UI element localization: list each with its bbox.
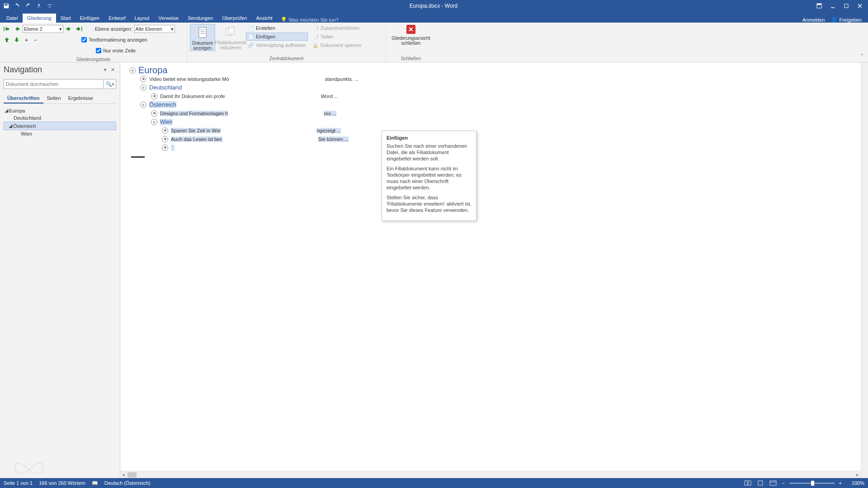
outline-handle[interactable] — [162, 127, 168, 134]
document-area: Europa Video bietet eine leistungsstarke… — [120, 62, 868, 478]
outline-handle[interactable] — [151, 119, 157, 125]
heading1-europa[interactable]: Europa — [138, 65, 168, 75]
close-group-label: Schließen — [386, 56, 436, 62]
outline-level-select[interactable]: Ebene 2▾ — [23, 25, 63, 33]
tooltip-text: Suchen Sie nach einer vorhandenen Datei,… — [387, 143, 472, 162]
print-layout-icon[interactable] — [756, 479, 764, 487]
search-input[interactable] — [4, 79, 104, 89]
navigation-pane: Navigation ▾ ✕ 🔍▾ Überschriften Seiten E… — [0, 62, 120, 478]
maximize-icon[interactable] — [840, 1, 853, 10]
tab-view[interactable]: Ansicht — [251, 14, 277, 23]
promote-to-heading1-button[interactable] — [3, 25, 11, 33]
outline-handle[interactable] — [151, 110, 157, 117]
zoom-value[interactable]: 100% — [846, 480, 864, 486]
navigation-title: Navigation — [4, 65, 102, 75]
tab-review[interactable]: Überprüfen — [217, 14, 251, 23]
body-text[interactable]: Damit Ihr Dokument ein profe — [160, 94, 225, 99]
status-words[interactable]: 166 von 260 Wörtern — [39, 480, 85, 486]
status-bar: Seite 1 von 1 166 von 260 Wörtern 📖 Deut… — [0, 478, 868, 488]
tell-me-search[interactable]: 💡 Was möchten Sie tun? — [277, 17, 342, 23]
close-pane-icon[interactable]: ✕ — [109, 66, 116, 74]
redo-icon[interactable] — [24, 1, 33, 10]
scroll-left-icon[interactable]: ◂ — [120, 472, 127, 478]
scroll-thumb[interactable] — [127, 472, 137, 478]
outline-handle[interactable] — [162, 136, 168, 142]
show-document-button[interactable]: Dokument anzeigen — [190, 24, 215, 51]
empty-line[interactable] — [171, 145, 175, 151]
show-text-formatting-checkbox[interactable]: Textformatierung anzeigen — [81, 36, 147, 44]
outline-handle[interactable] — [162, 145, 168, 151]
qat-more-icon[interactable] — [45, 1, 54, 10]
zoom-out-icon[interactable]: − — [782, 480, 784, 486]
outline-handle[interactable] — [140, 84, 146, 91]
tab-file[interactable]: Datei — [2, 14, 23, 23]
close-outline-view-button[interactable]: ✕ Gliederungsansicht schließen — [391, 24, 431, 46]
outline-handle[interactable] — [140, 102, 146, 108]
nav-tab-results[interactable]: Ergebnisse — [65, 94, 97, 103]
tree-collapse-icon[interactable]: ◢ — [4, 108, 9, 113]
tab-design[interactable]: Entwurf — [104, 14, 130, 23]
merge-subdocument-button: 📑Zusammenführen — [311, 24, 363, 32]
ribbon-display-options-icon[interactable] — [813, 1, 826, 10]
zoom-slider[interactable] — [789, 483, 835, 484]
horizontal-scrollbar[interactable]: ◂ ▸ — [120, 471, 861, 478]
body-text[interactable]: Video bietet eine leistungsstarke Mö — [149, 76, 229, 82]
search-button[interactable]: 🔍▾ — [104, 79, 116, 89]
collapse-ribbon-icon[interactable]: ˄ — [861, 53, 867, 60]
outline-handle[interactable] — [129, 67, 136, 74]
sign-in-link[interactable]: Anmelden — [802, 17, 825, 23]
save-icon[interactable] — [2, 1, 11, 10]
heading2-oesterreich[interactable]: Österreich — [149, 101, 176, 108]
heading2-deutschland[interactable]: Deutschland — [149, 84, 182, 91]
undo-icon[interactable] — [13, 1, 22, 10]
pane-options-icon[interactable]: ▾ — [102, 66, 109, 74]
insert-subdocument-button[interactable]: 📄Einfügen — [246, 33, 308, 41]
collapse-button[interactable]: － — [32, 36, 39, 43]
tab-start[interactable]: Start — [56, 14, 75, 23]
move-up-button[interactable] — [3, 36, 11, 44]
read-mode-icon[interactable] — [744, 479, 752, 487]
svg-rect-2 — [817, 4, 821, 5]
body-text[interactable]: Auch das Lesen ist bec — [171, 136, 222, 142]
scroll-right-icon[interactable]: ▸ — [854, 472, 861, 478]
split-icon: 📑 — [312, 33, 319, 40]
close-icon: ✕ — [406, 25, 415, 34]
tree-collapse-icon[interactable]: ◢ — [8, 123, 13, 129]
web-layout-icon[interactable] — [769, 479, 777, 487]
tree-item-europa[interactable]: ◢Europa — [4, 107, 116, 114]
tab-mailings[interactable]: Sendungen — [183, 14, 217, 23]
minimize-icon[interactable] — [826, 1, 839, 10]
document-end-mark — [131, 156, 145, 158]
status-page[interactable]: Seite 1 von 1 — [4, 480, 33, 486]
body-text[interactable]: Designs und Formatvorlagen h — [160, 111, 228, 116]
zoom-thumb[interactable] — [811, 481, 814, 486]
share-button[interactable]: 👤 Freigeben — [831, 17, 862, 23]
close-window-icon[interactable] — [854, 1, 866, 10]
tab-outline[interactable]: Gliederung — [23, 13, 56, 23]
status-language[interactable]: Deutsch (Österreich) — [104, 480, 150, 486]
proofing-icon[interactable]: 📖 — [92, 480, 98, 486]
nav-tab-pages[interactable]: Seiten — [43, 94, 65, 103]
vertical-scrollbar[interactable] — [861, 62, 868, 478]
create-subdocument-button[interactable]: 📄Erstellen — [246, 24, 308, 32]
outline-handle[interactable] — [140, 76, 146, 82]
tree-item-deutschland[interactable]: Deutschland — [4, 114, 116, 122]
nav-tab-headings[interactable]: Überschriften — [4, 94, 43, 103]
tree-item-wien[interactable]: Wien — [4, 130, 116, 137]
move-down-button[interactable] — [13, 36, 21, 44]
tab-insert[interactable]: Einfügen — [75, 14, 104, 23]
promote-button[interactable] — [13, 25, 21, 33]
tab-references[interactable]: Verweise — [154, 14, 184, 23]
expand-button[interactable]: ＋ — [23, 36, 30, 43]
demote-button[interactable] — [65, 25, 73, 33]
touch-mode-icon[interactable] — [34, 1, 43, 10]
first-line-only-checkbox[interactable]: Nur erste Zeile — [96, 47, 136, 55]
zoom-in-icon[interactable]: + — [839, 480, 842, 486]
tree-item-oesterreich[interactable]: ◢Österreich — [4, 122, 116, 130]
body-text[interactable]: Sparen Sie Zeit in Wor — [171, 128, 221, 133]
demote-to-body-button[interactable] — [75, 25, 83, 33]
heading3-wien[interactable]: Wien — [160, 119, 172, 125]
show-level-select[interactable]: Alle Ebenen▾ — [134, 25, 175, 33]
outline-handle[interactable] — [151, 93, 157, 99]
tab-layout[interactable]: Layout — [130, 14, 154, 23]
